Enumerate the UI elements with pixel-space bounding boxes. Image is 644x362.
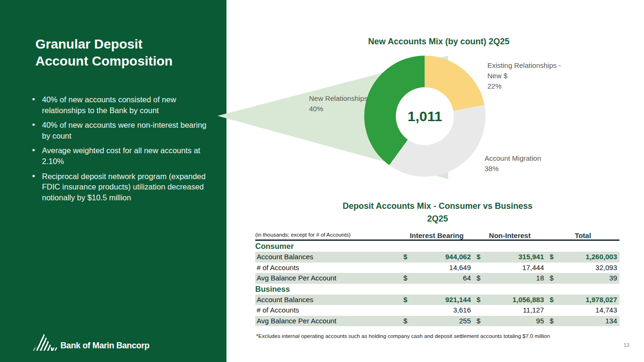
table-row-business-avg-balance: Avg Balance Per Account $255 $95 $134 <box>255 316 619 327</box>
table-title-line1: Deposit Accounts Mix - Consumer vs Busin… <box>255 200 620 213</box>
table-row-business-num-accounts: # of Accounts 3,616 11,127 14,743 <box>255 305 619 316</box>
cell-non-interest: $315,941 <box>473 252 546 263</box>
mountain-hatch <box>51 347 58 351</box>
currency-symbol: $ <box>550 295 553 305</box>
column-header-interest-bearing: Interest Bearing <box>400 231 473 240</box>
cell-interest-bearing: $64 <box>400 273 473 284</box>
currency-symbol: $ <box>403 273 407 284</box>
table-header-row: (in thousands; except for # of Accounts)… <box>255 230 619 241</box>
table-row-business-account-balances: Account Balances $921,144 $1,056,883 $1,… <box>255 295 619 305</box>
sidebar-panel: Granular Deposit Account Composition 40%… <box>0 0 226 362</box>
cell-non-interest: $95 <box>473 316 546 327</box>
cell-non-interest: $1,056,883 <box>473 295 546 305</box>
cell-total: 14,743 <box>546 305 619 316</box>
table-row-consumer-avg-balance: Avg Balance Per Account $64 $18 $39 <box>255 273 619 284</box>
donut-center: 1,011 <box>396 87 454 145</box>
currency-symbol: $ <box>477 316 480 327</box>
slide-title: Granular Deposit Account Composition <box>35 36 205 69</box>
currency-symbol: $ <box>550 316 553 327</box>
bullet-item: Average weighted cost for all new accoun… <box>31 145 208 166</box>
section-name: Consumer <box>255 241 619 252</box>
donut-total-value: 1,011 <box>408 108 442 124</box>
currency-symbol: $ <box>550 252 553 263</box>
column-header-total: Total <box>546 231 619 240</box>
company-logo: Bank of Marin Bancorp <box>32 334 150 353</box>
bullet-list: 40% of new accounts consisted of new rel… <box>31 94 208 207</box>
currency-symbol: $ <box>403 295 407 305</box>
cell-non-interest: $18 <box>473 273 546 284</box>
slice-label-account-migration: Account Migration 38% <box>485 153 584 174</box>
cell-total: $1,978,027 <box>546 295 619 305</box>
cell-interest-bearing: 14,649 <box>400 263 473 273</box>
cell-interest-bearing: 3,616 <box>400 305 473 316</box>
row-label: # of Accounts <box>255 263 400 273</box>
logo-text: Bank of Marin Bancorp <box>60 341 150 353</box>
cell-total: $1,260,003 <box>546 252 619 263</box>
currency-symbol: $ <box>477 295 480 305</box>
row-label: Account Balances <box>255 295 400 305</box>
presentation-slide: Granular Deposit Account Composition 40%… <box>0 0 644 362</box>
page-number: 13 <box>613 342 629 348</box>
section-row-consumer: Consumer <box>255 241 619 252</box>
table-row-consumer-num-accounts: # of Accounts 14,649 17,444 32,093 <box>255 263 619 273</box>
currency-symbol: $ <box>403 252 407 263</box>
table-title-line2: 2Q25 <box>255 213 620 225</box>
cell-interest-bearing: $921,144 <box>400 295 473 305</box>
deposit-table: (in thousands; except for # of Accounts)… <box>255 230 619 326</box>
bullet-item: Reciprocal deposit network program (expa… <box>31 171 208 203</box>
section-row-business: Business <box>255 284 619 295</box>
cell-non-interest: 17,444 <box>473 263 546 273</box>
donut-chart-title: New Accounts Mix (by count) 2Q25 <box>274 37 604 47</box>
cell-total: $134 <box>546 316 619 327</box>
mountain-logo-icon <box>32 334 57 353</box>
row-label: # of Accounts <box>255 305 400 316</box>
slice-label-existing-relationships: Existing Relationships - New $ 22% <box>487 60 586 91</box>
currency-symbol: $ <box>403 316 407 327</box>
table-row-consumer-account-balances: Account Balances $944,062 $315,941 $1,26… <box>255 252 619 263</box>
bullet-item: 40% of new accounts were non-interest be… <box>31 120 208 141</box>
cell-interest-bearing: $255 <box>400 316 473 327</box>
section-name: Business <box>255 284 619 295</box>
cell-interest-bearing: $944,062 <box>400 252 473 263</box>
column-header-non-interest: Non-Interest <box>473 231 546 240</box>
table-units-note: (in thousands; except for # of Accounts) <box>255 230 400 240</box>
cell-total: 32,093 <box>546 263 619 273</box>
row-label: Avg Balance Per Account <box>255 316 400 327</box>
currency-symbol: $ <box>477 252 480 263</box>
cell-non-interest: 11,127 <box>473 305 546 316</box>
row-label: Avg Balance Per Account <box>255 273 400 284</box>
table-title: Deposit Accounts Mix - Consumer vs Busin… <box>255 200 620 225</box>
currency-symbol: $ <box>477 273 480 284</box>
slice-label-new-relationships: New Relationships 40% <box>309 93 380 114</box>
row-label: Account Balances <box>255 252 400 263</box>
bullet-item: 40% of new accounts consisted of new rel… <box>31 94 208 115</box>
cell-total: $39 <box>546 273 619 284</box>
table-footnote: *Excludes internal operating accounts su… <box>256 333 550 339</box>
currency-symbol: $ <box>550 273 553 284</box>
